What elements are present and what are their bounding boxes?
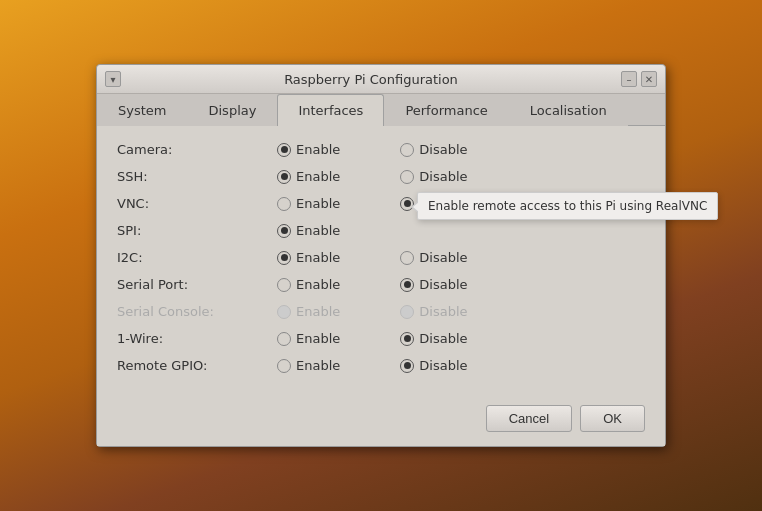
ssh-enable-radio[interactable] — [277, 170, 291, 184]
vnc-label: VNC: — [117, 196, 277, 211]
serial-port-disable-label: Disable — [419, 277, 467, 292]
remote-gpio-enable-radio[interactable] — [277, 359, 291, 373]
ssh-label: SSH: — [117, 169, 277, 184]
ssh-disable-option[interactable]: Disable — [400, 169, 467, 184]
interfaces-content: Camera: Enable Disable SSH: Enable — [97, 126, 665, 395]
one-wire-disable-radio[interactable] — [400, 332, 414, 346]
tooltip-arrow-inner — [413, 202, 419, 212]
one-wire-row: 1-Wire: Enable Disable — [117, 325, 645, 352]
window-title: Raspberry Pi Configuration — [121, 72, 621, 87]
vnc-enable-radio[interactable] — [277, 197, 291, 211]
camera-enable-label: Enable — [296, 142, 340, 157]
serial-console-disable-radio — [400, 305, 414, 319]
spi-enable-radio[interactable] — [277, 224, 291, 238]
tab-bar: System Display Interfaces Performance Lo… — [97, 94, 665, 126]
collapse-button[interactable]: ▾ — [105, 71, 121, 87]
one-wire-enable-radio[interactable] — [277, 332, 291, 346]
i2c-label: I2C: — [117, 250, 277, 265]
i2c-enable-option[interactable]: Enable — [277, 250, 340, 265]
minimize-button[interactable]: – — [621, 71, 637, 87]
camera-enable-radio[interactable] — [277, 143, 291, 157]
serial-port-disable-radio[interactable] — [400, 278, 414, 292]
one-wire-disable-option[interactable]: Disable — [400, 331, 467, 346]
tooltip-text: Enable remote access to this Pi using Re… — [428, 199, 707, 213]
i2c-disable-label: Disable — [419, 250, 467, 265]
serial-console-enable-radio — [277, 305, 291, 319]
serial-port-enable-radio[interactable] — [277, 278, 291, 292]
i2c-disable-radio[interactable] — [400, 251, 414, 265]
serial-console-label: Serial Console: — [117, 304, 277, 319]
tab-interfaces[interactable]: Interfaces — [277, 94, 384, 126]
serial-port-row: Serial Port: Enable Disable — [117, 271, 645, 298]
camera-label: Camera: — [117, 142, 277, 157]
serial-port-disable-option[interactable]: Disable — [400, 277, 467, 292]
ssh-disable-label: Disable — [419, 169, 467, 184]
i2c-enable-radio[interactable] — [277, 251, 291, 265]
serial-port-enable-option[interactable]: Enable — [277, 277, 340, 292]
one-wire-disable-label: Disable — [419, 331, 467, 346]
camera-enable-option[interactable]: Enable — [277, 142, 340, 157]
spi-row: SPI: Enable — [117, 217, 645, 244]
i2c-enable-label: Enable — [296, 250, 340, 265]
footer: Cancel OK — [97, 395, 665, 446]
one-wire-label: 1-Wire: — [117, 331, 277, 346]
remote-gpio-enable-option[interactable]: Enable — [277, 358, 340, 373]
remote-gpio-radio-group: Enable Disable — [277, 358, 468, 373]
remote-gpio-disable-label: Disable — [419, 358, 467, 373]
tab-display[interactable]: Display — [187, 94, 277, 126]
vnc-enable-label: Enable — [296, 196, 340, 211]
serial-port-label: Serial Port: — [117, 277, 277, 292]
cancel-button[interactable]: Cancel — [486, 405, 572, 432]
ssh-row: SSH: Enable Disable — [117, 163, 645, 190]
one-wire-radio-group: Enable Disable — [277, 331, 468, 346]
camera-disable-label: Disable — [419, 142, 467, 157]
i2c-radio-group: Enable Disable — [277, 250, 468, 265]
serial-console-row: Serial Console: Enable Disable — [117, 298, 645, 325]
camera-disable-option[interactable]: Disable — [400, 142, 467, 157]
remote-gpio-enable-label: Enable — [296, 358, 340, 373]
serial-console-disable-option: Disable — [400, 304, 467, 319]
ok-button[interactable]: OK — [580, 405, 645, 432]
i2c-row: I2C: Enable Disable — [117, 244, 645, 271]
serial-console-disable-label: Disable — [419, 304, 467, 319]
titlebar-right-controls: – ✕ — [621, 71, 657, 87]
serial-console-enable-label: Enable — [296, 304, 340, 319]
spi-radio-group: Enable — [277, 223, 340, 238]
serial-port-enable-label: Enable — [296, 277, 340, 292]
serial-port-radio-group: Enable Disable — [277, 277, 468, 292]
spi-label: SPI: — [117, 223, 277, 238]
camera-disable-radio[interactable] — [400, 143, 414, 157]
vnc-enable-option[interactable]: Enable — [277, 196, 340, 211]
tab-localisation[interactable]: Localisation — [509, 94, 628, 126]
config-window: ▾ Raspberry Pi Configuration – ✕ System … — [96, 64, 666, 447]
remote-gpio-label: Remote GPIO: — [117, 358, 277, 373]
ssh-disable-radio[interactable] — [400, 170, 414, 184]
tab-system[interactable]: System — [97, 94, 187, 126]
serial-console-enable-option: Enable — [277, 304, 340, 319]
ssh-enable-option[interactable]: Enable — [277, 169, 340, 184]
ssh-enable-label: Enable — [296, 169, 340, 184]
tab-performance[interactable]: Performance — [384, 94, 508, 126]
close-button[interactable]: ✕ — [641, 71, 657, 87]
titlebar-left-controls: ▾ — [105, 71, 121, 87]
camera-radio-group: Enable Disable — [277, 142, 468, 157]
vnc-tooltip: Enable remote access to this Pi using Re… — [417, 192, 718, 220]
ssh-radio-group: Enable Disable — [277, 169, 468, 184]
camera-row: Camera: Enable Disable — [117, 136, 645, 163]
titlebar: ▾ Raspberry Pi Configuration – ✕ — [97, 65, 665, 94]
i2c-disable-option[interactable]: Disable — [400, 250, 467, 265]
one-wire-enable-option[interactable]: Enable — [277, 331, 340, 346]
serial-console-radio-group: Enable Disable — [277, 304, 468, 319]
vnc-row: VNC: Enable Disable Enable remote access… — [117, 190, 645, 217]
remote-gpio-row: Remote GPIO: Enable Disable — [117, 352, 645, 379]
remote-gpio-disable-option[interactable]: Disable — [400, 358, 467, 373]
spi-enable-option[interactable]: Enable — [277, 223, 340, 238]
one-wire-enable-label: Enable — [296, 331, 340, 346]
spi-enable-label: Enable — [296, 223, 340, 238]
remote-gpio-disable-radio[interactable] — [400, 359, 414, 373]
